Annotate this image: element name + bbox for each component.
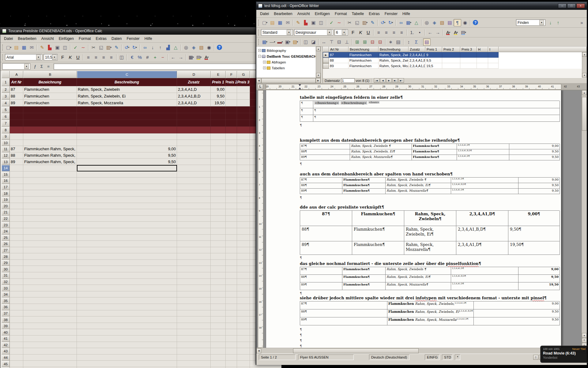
cell-D38[interactable]	[177, 316, 211, 323]
row-header-37[interactable]: 37	[2, 310, 10, 317]
cell-B44[interactable]	[23, 355, 77, 361]
increase-indent-icon[interactable]: →	[434, 29, 442, 36]
insert-chart-icon[interactable]: ▟	[164, 44, 172, 51]
align-right-icon[interactable]: ≡	[100, 54, 107, 61]
cell-G7[interactable]	[237, 120, 250, 127]
cell-G38[interactable]	[237, 316, 250, 323]
cell-A44[interactable]	[10, 355, 23, 361]
status-insert-mode[interactable]: EINFG	[425, 355, 439, 360]
help-icon[interactable]: ?	[216, 44, 223, 51]
cell-A27[interactable]	[10, 247, 23, 254]
cell-B27[interactable]	[23, 247, 77, 254]
cell-F1[interactable]: Preis 2	[226, 78, 237, 86]
row-header-40[interactable]: 40	[2, 329, 10, 335]
insert-column-icon[interactable]: ⊞	[361, 38, 369, 46]
new-document-icon[interactable]: ▢▾	[5, 44, 13, 51]
paste-icon[interactable]: ▥▾	[105, 44, 113, 51]
grid-cell[interactable]: 9,5	[425, 58, 442, 63]
cell-F33[interactable]	[226, 285, 237, 291]
cell-C3[interactable]: Rahm, Speck, Zwiebeln, Ei	[77, 93, 177, 100]
cell-C41[interactable]	[77, 335, 177, 342]
cell-B2[interactable]: Flammkuchen	[23, 86, 77, 93]
menu-item-tabelle[interactable]: Tabelle	[349, 11, 367, 17]
cell-B4[interactable]: Flammkuchen	[23, 100, 77, 106]
cell-A3[interactable]: 88	[10, 93, 23, 100]
save-icon[interactable]: ▦	[20, 44, 28, 51]
grid-cell[interactable]	[442, 63, 460, 69]
grid-cell[interactable]	[442, 58, 460, 63]
cell-F8[interactable]	[226, 127, 237, 133]
status-language[interactable]: Deutsch (Deutschland)	[369, 355, 409, 360]
cell-F24[interactable]	[226, 228, 237, 235]
cell-A29[interactable]	[10, 260, 23, 266]
last-record-button[interactable]: ▶|	[392, 78, 398, 83]
grid-cell[interactable]	[488, 58, 499, 63]
autospellcheck-icon[interactable]: ∼	[335, 19, 343, 26]
cell-F14[interactable]	[226, 165, 237, 171]
cell-D36[interactable]	[177, 304, 211, 310]
cell-F10[interactable]	[226, 140, 237, 146]
cell-G18[interactable]	[237, 190, 250, 197]
cell-E1[interactable]: Preis 1	[211, 78, 226, 86]
chevron-down-icon[interactable]: ▾	[36, 55, 41, 60]
autospellcheck-icon[interactable]: ∼	[79, 44, 87, 51]
add-decimal-icon[interactable]: +	[151, 54, 159, 61]
row-header-18[interactable]: 18	[2, 190, 10, 197]
cell-G26[interactable]	[237, 241, 250, 247]
cell-E28[interactable]	[211, 253, 226, 260]
scroll-left-icon[interactable]: ◀	[256, 348, 261, 354]
grid-cell[interactable]: Rahm, Speck, Mozzarella	[379, 63, 409, 69]
cell-D44[interactable]	[177, 355, 211, 361]
cell-E41[interactable]	[211, 335, 226, 342]
cell-E29[interactable]	[211, 260, 226, 266]
cell-G11[interactable]	[237, 146, 250, 152]
row-header-12[interactable]: 12	[2, 152, 10, 159]
navigator-icon[interactable]: ◈	[431, 19, 438, 26]
cell-D9[interactable]	[177, 133, 211, 140]
cell-E33[interactable]	[211, 285, 226, 291]
cell-A6[interactable]	[10, 113, 23, 120]
cell-F18[interactable]	[226, 190, 237, 197]
sheet-corner[interactable]	[2, 71, 10, 78]
row-header-11[interactable]: 11	[2, 146, 10, 152]
underline-button[interactable]: U	[364, 29, 372, 36]
row-header-44[interactable]: 44	[2, 355, 10, 361]
sort-ascending-icon[interactable]: ↓	[149, 44, 156, 51]
cell-F29[interactable]	[226, 260, 237, 266]
cell-F36[interactable]	[226, 304, 237, 310]
toolbar-grip[interactable]	[258, 20, 259, 26]
navigator-icon[interactable]: ◈	[190, 44, 198, 51]
cell-B18[interactable]	[23, 190, 77, 197]
cell-A11[interactable]: 87	[10, 146, 23, 152]
scroll-up-icon[interactable]: ▲	[316, 47, 321, 51]
grid-cell[interactable]	[460, 52, 477, 58]
align-justified-icon[interactable]: ≡	[398, 29, 405, 36]
cell-F42[interactable]	[226, 342, 237, 348]
copy-icon[interactable]: ◱	[353, 19, 361, 26]
cell-G31[interactable]	[237, 272, 250, 279]
new-document-icon[interactable]: ▢▾	[261, 19, 269, 26]
cell-G30[interactable]	[237, 266, 250, 272]
cell-F31[interactable]	[226, 272, 237, 279]
function-wizard-button[interactable]: ƒ	[32, 63, 38, 70]
row-header-3[interactable]: 3	[2, 93, 10, 100]
expand-expander-icon[interactable]: +	[263, 67, 266, 69]
cell-C2[interactable]: Rahm, Speck, Zwiebeln	[77, 86, 177, 93]
draw-functions-icon[interactable]: △	[172, 44, 179, 51]
grid-cell[interactable]	[460, 58, 477, 63]
document-horizontal-scrollbar[interactable]: ◀ ▶	[256, 348, 587, 354]
cell-F7[interactable]	[226, 120, 237, 127]
highlighting-icon[interactable]: A▾	[452, 29, 460, 36]
cell-C36[interactable]	[77, 304, 177, 310]
row-header-8[interactable]: 8	[2, 127, 10, 133]
cell-F43[interactable]	[226, 348, 237, 355]
page-preview-icon[interactable]: ◫	[317, 19, 325, 26]
cell-E19[interactable]	[211, 197, 226, 203]
cell-A16[interactable]	[10, 178, 23, 184]
cell-G2[interactable]	[237, 86, 250, 93]
cell-F9[interactable]	[226, 133, 237, 140]
cell-G24[interactable]	[237, 228, 250, 235]
row-header-41[interactable]: 41	[2, 335, 10, 342]
cell-C29[interactable]	[77, 260, 177, 266]
cell-B39[interactable]	[23, 323, 77, 329]
